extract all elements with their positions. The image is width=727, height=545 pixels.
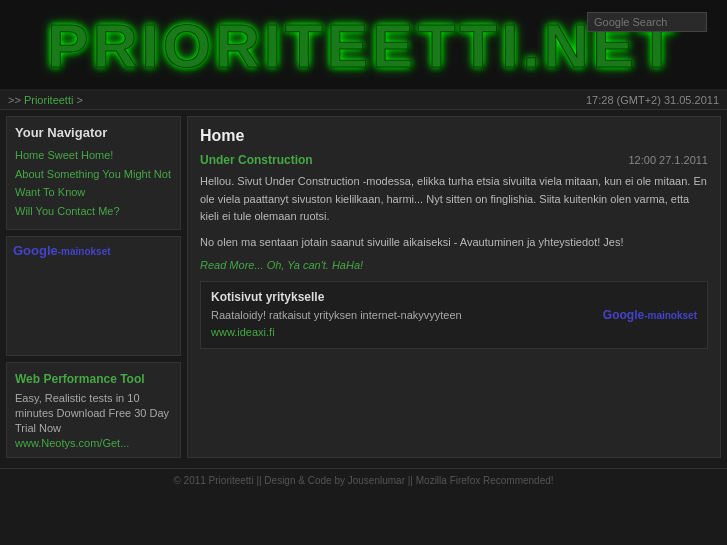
search-input[interactable] bbox=[587, 12, 707, 32]
sidebar-ad-content bbox=[13, 264, 174, 344]
inner-ad-link[interactable]: www.ideaxi.fi bbox=[211, 326, 275, 338]
site-header: PRIORITEETTI.NET bbox=[0, 0, 727, 91]
sidebar-nav-box: Your Navigator Home Sweet Home! About So… bbox=[6, 116, 181, 230]
breadcrumb-bar: >> Prioriteetti > 17:28 (GMT+2) 31.05.20… bbox=[0, 91, 727, 110]
sidebar-ad-title: Web Performance Tool bbox=[15, 371, 172, 388]
inner-ad-body: Raataloidy! ratkaisut yrityksen internet… bbox=[211, 307, 462, 340]
datetime: 17:28 (GMT+2) 31.05.2011 bbox=[586, 94, 719, 106]
search-bar bbox=[587, 12, 707, 32]
sidebar-ad-box2: Web Performance Tool Easy, Realistic tes… bbox=[6, 362, 181, 458]
article-paragraph-1: Hellou. Sivut Under Construction -modess… bbox=[200, 173, 708, 226]
main-layout: Your Navigator Home Sweet Home! About So… bbox=[0, 110, 727, 464]
footer: © 2011 Prioriteetti || Design & Code by … bbox=[0, 468, 727, 492]
article-title: Under Construction bbox=[200, 153, 313, 167]
breadcrumb-link[interactable]: Prioriteetti bbox=[24, 94, 74, 106]
sidebar-item-home[interactable]: Home Sweet Home! bbox=[15, 146, 172, 165]
article-body: Hellou. Sivut Under Construction -modess… bbox=[200, 173, 708, 251]
sidebar: Your Navigator Home Sweet Home! About So… bbox=[6, 116, 181, 458]
inner-ad-box: Kotisivut yritykselle Raataloidy! ratkai… bbox=[200, 281, 708, 349]
inner-ad-google-label: Google-mainokset bbox=[603, 308, 697, 322]
footer-text: © 2011 Prioriteetti || Design & Code by … bbox=[173, 475, 553, 486]
inner-ad-content: Kotisivut yritykselle Raataloidy! ratkai… bbox=[211, 290, 462, 340]
breadcrumb: >> Prioriteetti > bbox=[8, 94, 83, 106]
content-area: Home Under Construction 12:00 27.1.2011 … bbox=[187, 116, 721, 458]
sidebar-ad-link[interactable]: www.Neotys.com/Get... bbox=[15, 437, 129, 449]
inner-ad-title: Kotisivut yritykselle bbox=[211, 290, 462, 304]
sidebar-google-ad: Google-mainokset bbox=[6, 236, 181, 356]
sidebar-nav-title: Your Navigator bbox=[15, 125, 172, 140]
breadcrumb-prefix: >> bbox=[8, 94, 24, 106]
article-timestamp: 12:00 27.1.2011 bbox=[628, 154, 708, 166]
sidebar-item-about[interactable]: About Something You Might Not Want To Kn… bbox=[15, 165, 172, 202]
google-text: Google bbox=[13, 243, 58, 258]
read-more-link[interactable]: Read More... Oh, Ya can't. HaHa! bbox=[200, 259, 708, 271]
sidebar-item-contact[interactable]: Will You Contact Me? bbox=[15, 202, 172, 221]
google-suffix: -mainokset bbox=[58, 246, 111, 257]
breadcrumb-suffix: > bbox=[73, 94, 82, 106]
article-paragraph-2: No olen ma sentaan jotain saanut sivuill… bbox=[200, 234, 708, 252]
sidebar-ad-body: Easy, Realistic tests in 10 minutes Down… bbox=[15, 391, 172, 437]
page-title: Home bbox=[200, 127, 708, 145]
article-header: Under Construction 12:00 27.1.2011 bbox=[200, 153, 708, 167]
site-title: PRIORITEETTI.NET bbox=[47, 10, 679, 81]
sidebar-google-label: Google-mainokset bbox=[13, 243, 174, 258]
